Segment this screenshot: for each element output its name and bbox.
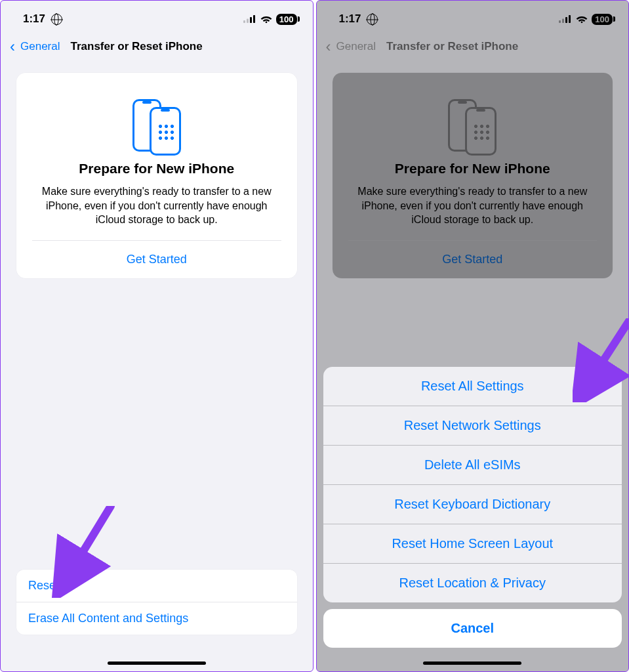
reset-home-screen-layout-option[interactable]: Reset Home Screen Layout <box>323 524 622 564</box>
home-indicator[interactable] <box>423 662 521 665</box>
screenshot-left: 1:17 100 ‹ General Transfer or Reset iPh… <box>0 0 314 672</box>
page-title: Transfer or Reset iPhone <box>70 40 202 53</box>
back-button[interactable]: General <box>20 40 60 53</box>
status-time: 1:17 <box>23 12 62 26</box>
home-indicator[interactable] <box>108 662 206 665</box>
delete-all-esims-option[interactable]: Delete All eSIMs <box>323 446 622 485</box>
wifi-icon <box>260 15 272 24</box>
screenshot-right: 1:17 100 ‹ G <box>316 0 630 672</box>
svg-rect-0 <box>243 20 245 23</box>
battery-indicator: 100 <box>276 14 297 25</box>
cancel-button[interactable]: Cancel <box>323 609 622 648</box>
prepare-body: Make sure everything's ready to transfer… <box>32 184 281 227</box>
svg-rect-2 <box>250 17 252 23</box>
location-services-icon <box>51 14 62 25</box>
svg-rect-1 <box>247 19 249 24</box>
get-started-button[interactable]: Get Started <box>32 241 281 278</box>
svg-rect-3 <box>253 15 255 23</box>
status-bar: 1:17 100 <box>1 1 313 33</box>
reset-location-privacy-option[interactable]: Reset Location & Privacy <box>323 564 622 602</box>
transfer-devices-icon <box>32 89 281 152</box>
prepare-heading: Prepare for New iPhone <box>32 161 281 177</box>
annotation-arrow-icon <box>52 506 124 598</box>
navigation-bar: ‹ General Transfer or Reset iPhone <box>1 33 313 66</box>
erase-row[interactable]: Erase All Content and Settings <box>16 602 297 635</box>
cellular-signal-icon <box>243 15 256 23</box>
reset-action-sheet: Reset All Settings Reset Network Setting… <box>323 367 622 648</box>
annotation-arrow-icon <box>573 318 630 402</box>
prepare-card: Prepare for New iPhone Make sure everyth… <box>16 73 297 278</box>
reset-network-settings-option[interactable]: Reset Network Settings <box>323 406 622 446</box>
reset-keyboard-dictionary-option[interactable]: Reset Keyboard Dictionary <box>323 485 622 524</box>
back-chevron-icon[interactable]: ‹ <box>10 39 15 54</box>
